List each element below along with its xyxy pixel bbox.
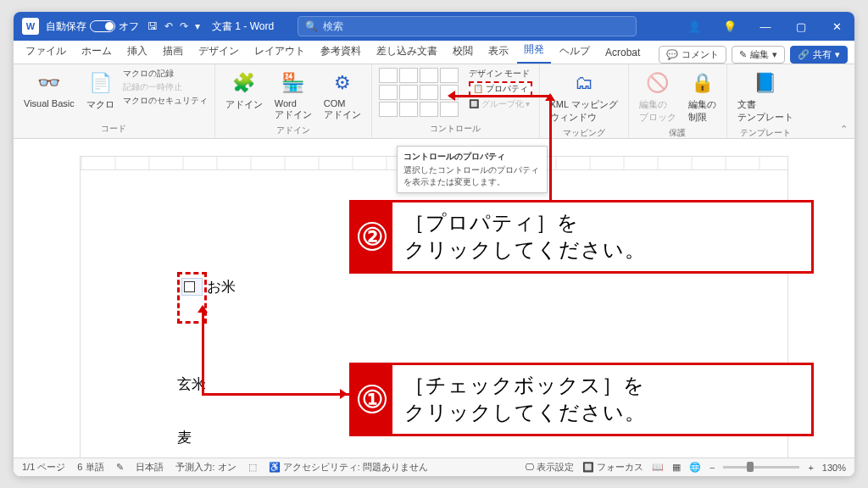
view-print-icon[interactable]: ▦ <box>672 462 681 473</box>
pause-recording-button[interactable]: 記録の一時停止 <box>123 81 208 93</box>
tab-view[interactable]: 表示 <box>481 39 515 64</box>
autosave-label: 自動保存 <box>46 19 86 34</box>
help-icon[interactable]: 💡 <box>712 12 748 41</box>
save-icon[interactable]: 🖫 <box>147 20 158 32</box>
macro-icon: 📄 <box>86 69 114 97</box>
redo-icon[interactable]: ↷ <box>180 20 188 32</box>
callout-2-text: ［プロパティ］を クリックしてください。 <box>392 202 658 271</box>
status-words[interactable]: 6 単語 <box>77 461 103 474</box>
arrow-line-1 <box>202 393 351 396</box>
tab-layout[interactable]: レイアウト <box>248 39 312 64</box>
xml-mapping-button[interactable]: 🗂XML マッピング ウィンドウ <box>547 68 621 125</box>
addins-button[interactable]: 🧩アドイン <box>222 68 266 113</box>
record-macro-button[interactable]: マクロの記録 <box>123 68 208 80</box>
block-authors-button[interactable]: 🚫編集の ブロック <box>636 68 680 125</box>
search-box[interactable]: 🔍 検索 <box>298 16 637 36</box>
status-macro-icon[interactable]: ⬚ <box>248 462 257 473</box>
vb-icon: 👓 <box>36 69 63 97</box>
xml-icon: 🗂 <box>570 69 598 97</box>
group-controls: デザイン モード 📋 プロパティ 🔲 グループ化 ▾ コントロール <box>372 64 540 138</box>
group-protect: 🚫編集の ブロック 🔒編集の 制限 保護 <box>629 64 727 138</box>
group-code: 👓Visual Basic 📄マクロ マクロの記録 記録の一時停止 マクロのセキ… <box>14 64 215 138</box>
word-addin-icon: 🏪 <box>280 69 307 97</box>
editing-mode-button[interactable]: ✎ 編集 ▾ <box>732 46 785 64</box>
status-focus[interactable]: 🔲 フォーカス <box>582 461 643 474</box>
tab-references[interactable]: 参考資料 <box>314 39 368 64</box>
arrow-line-2 <box>549 95 552 202</box>
status-accessibility[interactable]: ♿ アクセシビリティ: 問題ありません <box>269 461 428 474</box>
tab-review[interactable]: 校閲 <box>446 39 480 64</box>
account-icon[interactable]: 👤 <box>676 12 712 41</box>
word-window: W 自動保存 オフ 🖫 ↶ ↷ ▾ 文書 1 - Word 🔍 検索 👤 💡 —… <box>14 12 854 476</box>
tab-design[interactable]: デザイン <box>192 39 246 64</box>
quick-access-toolbar: 🖫 ↶ ↷ ▾ <box>147 20 200 32</box>
maximize-button[interactable]: ▢ <box>783 12 819 41</box>
autosave-toggle[interactable]: 自動保存 オフ <box>46 19 139 34</box>
tab-file[interactable]: ファイル <box>19 39 73 64</box>
com-addins-button[interactable]: ⚙COM アドイン <box>320 68 364 123</box>
lock-icon: 🔒 <box>688 69 715 97</box>
window-buttons: 👤 💡 — ▢ ✕ <box>676 12 854 41</box>
minimize-button[interactable]: — <box>748 12 783 41</box>
search-placeholder: 検索 <box>323 19 343 34</box>
tooltip-body: 選択したコントロールのプロパティを表示または変更します。 <box>403 164 541 188</box>
visual-basic-button[interactable]: 👓Visual Basic <box>20 68 78 110</box>
share-button[interactable]: 🔗 共有 ▾ <box>790 46 848 64</box>
zoom-slider[interactable] <box>723 466 799 469</box>
callout-1: ① ［チェックボックス］を クリックしてください。 <box>349 363 814 436</box>
tab-mailings[interactable]: 差し込み文書 <box>370 39 444 64</box>
zoom-level[interactable]: 130% <box>822 463 846 473</box>
callout-2: ② ［プロパティ］を クリックしてください。 <box>349 200 814 274</box>
group-controls-button[interactable]: 🔲 グループ化 ▾ <box>469 98 532 110</box>
toggle-icon <box>90 20 115 32</box>
status-bar: 1/1 ページ 6 単語 ✎ 日本語 予測入力: オン ⬚ ♿ アクセシビリティ… <box>14 458 854 476</box>
autosave-state: オフ <box>119 19 139 34</box>
controls-gallery[interactable] <box>379 68 459 117</box>
properties-tooltip: コントロールのプロパティ 選択したコントロールのプロパティを表示または変更します… <box>397 146 548 193</box>
status-display-settings[interactable]: 🖵 表示設定 <box>525 461 574 474</box>
group-mapping: 🗂XML マッピング ウィンドウ マッピング <box>540 64 629 138</box>
status-language[interactable]: 日本語 <box>136 461 164 474</box>
status-proofing-icon[interactable]: ✎ <box>116 462 124 473</box>
view-web-icon[interactable]: 🌐 <box>689 462 701 473</box>
group-label-addins: アドイン <box>276 123 310 136</box>
callout-1-text: ［チェックボックス］を クリックしてください。 <box>392 365 658 434</box>
word-app-icon: W <box>22 18 39 35</box>
qat-dropdown-icon[interactable]: ▾ <box>195 20 200 32</box>
group-template: 📘文書 テンプレート テンプレート <box>727 64 804 138</box>
undo-icon[interactable]: ↶ <box>164 20 173 32</box>
word-addins-button[interactable]: 🏪Word アドイン <box>271 68 315 123</box>
comments-button[interactable]: 💬 コメント <box>659 46 726 64</box>
close-button[interactable]: ✕ <box>819 12 854 41</box>
zoom-out-icon[interactable]: − <box>709 463 715 473</box>
tab-developer[interactable]: 開発 <box>517 37 551 64</box>
ribbon-tabs: ファイル ホーム 挿入 描画 デザイン レイアウト 参考資料 差し込み文書 校閲… <box>14 41 854 64</box>
macro-security-button[interactable]: マクロのセキュリティ <box>123 95 208 107</box>
group-label-mapping: マッピング <box>563 125 605 139</box>
checkbox-control[interactable] <box>181 278 203 296</box>
checkbox-icon <box>184 281 195 292</box>
view-read-icon[interactable]: 📖 <box>652 462 664 473</box>
zoom-in-icon[interactable]: + <box>808 463 813 473</box>
collapse-ribbon-icon[interactable]: ⌃ <box>840 124 848 135</box>
template-icon: 📘 <box>752 69 779 97</box>
tab-insert[interactable]: 挿入 <box>120 39 154 64</box>
block-icon: 🚫 <box>644 69 671 97</box>
restrict-editing-button[interactable]: 🔒編集の 制限 <box>685 68 720 125</box>
status-predict[interactable]: 予測入力: オン <box>175 461 236 474</box>
tab-home[interactable]: ホーム <box>75 39 119 64</box>
document-template-button[interactable]: 📘文書 テンプレート <box>734 68 797 125</box>
titlebar: W 自動保存 オフ 🖫 ↶ ↷ ▾ 文書 1 - Word 🔍 検索 👤 💡 —… <box>14 12 854 41</box>
macros-button[interactable]: 📄マクロ <box>83 68 118 113</box>
status-page[interactable]: 1/1 ページ <box>22 461 65 474</box>
tab-acrobat[interactable]: Acrobat <box>598 42 647 64</box>
search-icon: 🔍 <box>305 20 318 32</box>
group-label-code: コード <box>101 121 126 135</box>
group-addins: 🧩アドイン 🏪Word アドイン ⚙COM アドイン アドイン <box>215 64 372 138</box>
group-label-template: テンプレート <box>740 125 791 139</box>
group-label-controls: コントロール <box>430 121 481 135</box>
tab-draw[interactable]: 描画 <box>156 39 190 64</box>
tab-help[interactable]: ヘルプ <box>553 39 597 64</box>
design-mode-button[interactable]: デザイン モード <box>469 68 532 80</box>
arrow-to-properties <box>449 95 551 97</box>
